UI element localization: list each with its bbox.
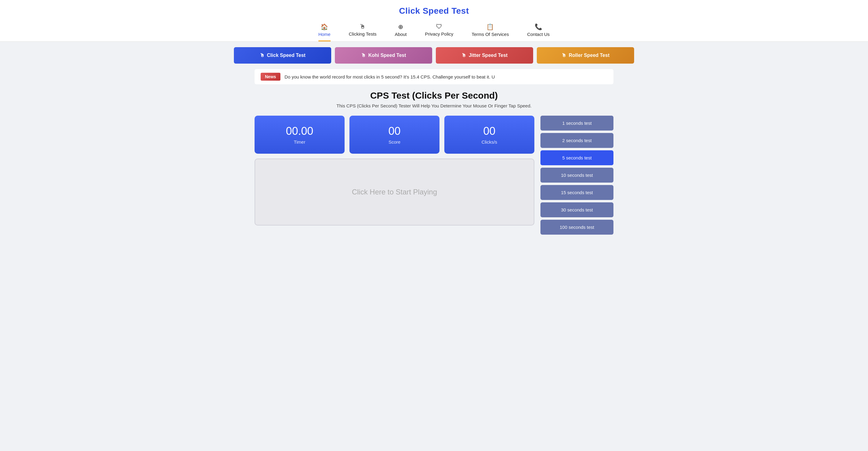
nav-icon-clicking-tests: 🖱 [360, 23, 366, 30]
nav-icon-contact-us: 📞 [535, 23, 542, 30]
nav-icon-terms-of-services: 📋 [486, 23, 494, 30]
stats-row: 00.00 Timer 00 Score 00 Clicks/s [254, 116, 534, 154]
btn-label-kohi-speed-test: Kohi Speed Test [368, 53, 406, 58]
nav-icon-privacy-policy: 🛡 [436, 23, 442, 30]
news-bar: News Do you know the world record for mo… [254, 69, 614, 84]
top-btn-kohi-speed-test[interactable]: 🖱Kohi Speed Test [335, 47, 432, 64]
sidebar-btn-15s[interactable]: 15 seconds test [540, 185, 614, 200]
sidebar-btn-5s[interactable]: 5 seconds test [540, 150, 614, 165]
btn-icon-click-speed-test: 🖱 [260, 53, 265, 58]
header: Click Speed Test 🏠Home🖱Clicking Tests⊕Ab… [0, 0, 868, 42]
nav-item-about[interactable]: ⊕About [395, 23, 407, 41]
nav-label-terms-of-services: Terms Of Services [472, 32, 509, 37]
cps-title: CPS Test (Clicks Per Second) [254, 90, 614, 101]
stat-box-timer: 00.00 Timer [254, 116, 345, 154]
nav-item-home[interactable]: 🏠Home [318, 23, 331, 41]
btn-label-roller-speed-test: Roller Speed Test [569, 53, 610, 58]
nav-item-clicking-tests[interactable]: 🖱Clicking Tests [349, 23, 376, 41]
site-title: Click Speed Test [0, 3, 868, 21]
top-buttons-bar: 🖱Click Speed Test🖱Kohi Speed Test🖱Jitter… [0, 42, 868, 69]
nav-item-terms-of-services[interactable]: 📋Terms Of Services [472, 23, 509, 41]
top-btn-jitter-speed-test[interactable]: 🖱Jitter Speed Test [436, 47, 533, 64]
test-layout: 00.00 Timer 00 Score 00 Clicks/s Click H… [254, 116, 614, 235]
main-nav: 🏠Home🖱Clicking Tests⊕About🛡Privacy Polic… [0, 21, 868, 41]
stat-box-score: 00 Score [349, 116, 439, 154]
cps-heading: CPS Test (Clicks Per Second) [254, 90, 614, 101]
click-area[interactable]: Click Here to Start Playing [254, 158, 534, 226]
nav-label-home: Home [318, 32, 331, 37]
btn-icon-roller-speed-test: 🖱 [561, 53, 566, 58]
nav-label-contact-us: Contact Us [527, 32, 550, 37]
stat-label-score: Score [355, 139, 433, 145]
stat-value-score: 00 [355, 125, 433, 138]
nav-item-contact-us[interactable]: 📞Contact Us [527, 23, 550, 41]
stat-value-timer: 00.00 [261, 125, 339, 138]
test-left: 00.00 Timer 00 Score 00 Clicks/s Click H… [254, 116, 534, 226]
nav-label-about: About [395, 32, 407, 37]
nav-icon-about: ⊕ [398, 23, 403, 30]
sidebar-btn-30s[interactable]: 30 seconds test [540, 202, 614, 217]
btn-label-click-speed-test: Click Speed Test [267, 53, 306, 58]
news-badge: News [261, 73, 280, 81]
click-area-text: Click Here to Start Playing [352, 188, 437, 196]
btn-label-jitter-speed-test: Jitter Speed Test [469, 53, 507, 58]
nav-item-privacy-policy[interactable]: 🛡Privacy Policy [425, 23, 453, 41]
nav-label-clicking-tests: Clicking Tests [349, 31, 376, 36]
stat-box-clicks-per-second: 00 Clicks/s [444, 116, 534, 154]
btn-icon-kohi-speed-test: 🖱 [361, 53, 366, 58]
top-btn-roller-speed-test[interactable]: 🖱Roller Speed Test [537, 47, 634, 64]
nav-label-privacy-policy: Privacy Policy [425, 31, 453, 36]
test-sidebar: 1 seconds test2 seconds test5 seconds te… [540, 116, 614, 235]
top-btn-click-speed-test[interactable]: 🖱Click Speed Test [234, 47, 331, 64]
sidebar-btn-100s[interactable]: 100 seconds test [540, 220, 614, 235]
btn-icon-jitter-speed-test: 🖱 [461, 53, 466, 58]
sidebar-btn-10s[interactable]: 10 seconds test [540, 168, 614, 183]
news-text: Do you know the world record for most cl… [285, 74, 495, 80]
cps-subtext: This CPS (Clicks Per Second) Tester Will… [254, 103, 614, 108]
main-content: News Do you know the world record for mo… [236, 69, 632, 247]
sidebar-btn-2s[interactable]: 2 seconds test [540, 133, 614, 148]
stat-label-clicks-per-second: Clicks/s [451, 139, 528, 145]
stat-value-clicks-per-second: 00 [451, 125, 528, 138]
stat-label-timer: Timer [261, 139, 339, 145]
sidebar-btn-1s[interactable]: 1 seconds test [540, 116, 614, 130]
nav-icon-home: 🏠 [320, 23, 328, 30]
